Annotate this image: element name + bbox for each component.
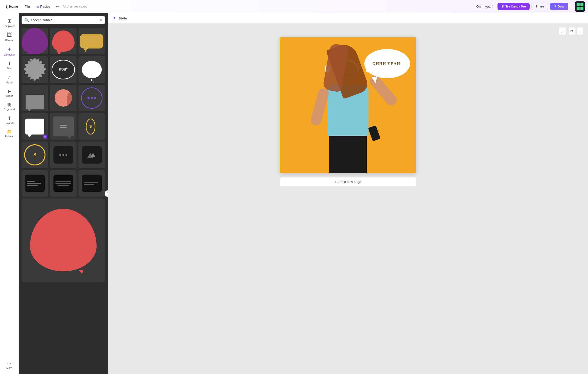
grid-row <box>21 85 105 111</box>
sidebar-item-photos[interactable]: 🖼 Photos <box>1 30 17 44</box>
uploads-icon: ⬆ <box>7 115 11 121</box>
sidebar-item-label: Text <box>7 67 11 70</box>
sidebar-item-label: Elements <box>4 53 15 56</box>
elements-panel: 🔍 ✕ <box>19 13 108 374</box>
sidebar-item-label: Videos <box>5 94 13 97</box>
saved-status: All changes saved <box>63 5 87 8</box>
crown-icon: ♛ <box>501 5 504 8</box>
sidebar-item-label: Bkground <box>4 108 15 111</box>
speech-bubble-text: OHHH YEAH! <box>370 59 404 68</box>
topbar: ❮ Home File ⊞ Resize ↩ All changes saved… <box>0 0 588 13</box>
try-canva-pro-button[interactable]: ♛ Try Canva Pro <box>497 3 530 10</box>
style-bar: ✦ Style <box>108 13 588 23</box>
sidebar-item-videos[interactable]: ▶ Videos <box>1 87 17 99</box>
sidebar-item-label: More <box>6 366 12 369</box>
canvas-content: OHHH YEAH! + Add a new page <box>275 23 420 196</box>
list-item[interactable] <box>21 85 48 111</box>
more-icon: ••• <box>7 362 11 366</box>
videos-icon: ▶ <box>8 89 11 94</box>
sidebar-item-folders[interactable]: 📁 Folders <box>1 127 17 140</box>
elements-icon: ✦ <box>7 46 11 52</box>
sidebar-item-uploads[interactable]: ⬆ Uploads <box>1 114 17 126</box>
search-icon: 🔍 <box>24 18 29 22</box>
frame-tool-button[interactable]: ⬚ <box>559 27 567 35</box>
search-bar: 🔍 ✕ <box>19 13 108 26</box>
sidebar-item-more[interactable]: ••• More <box>1 360 17 371</box>
list-item[interactable] <box>21 28 48 54</box>
sidebar-item-music[interactable]: ♪ Music <box>1 73 17 86</box>
list-item[interactable]: ♛ <box>21 113 48 140</box>
text-icon: T <box>8 61 10 66</box>
list-item[interactable] <box>21 198 105 282</box>
list-item[interactable] <box>79 142 105 168</box>
grid-row: $ <box>21 142 105 168</box>
sidebar-item-label: Templates <box>3 25 15 27</box>
undo-button[interactable]: ↩ <box>54 3 61 10</box>
download-icon: ⬇ <box>554 5 556 8</box>
svg-rect-0 <box>577 3 580 6</box>
canvas-area: ✦ Style ⬚ ⧉ + <box>108 13 588 374</box>
style-label: Style <box>118 16 127 20</box>
sidebar-item-text[interactable]: T Text <box>1 59 17 72</box>
download-group: ⬇ Dow ▾ <box>550 3 573 10</box>
sidebar-item-label: Folders <box>5 135 14 138</box>
search-input[interactable] <box>31 18 97 22</box>
grid-row <box>21 28 105 54</box>
sidebar-item-label: Uploads <box>4 122 14 125</box>
copy-tool-button[interactable]: ⧉ <box>568 27 575 35</box>
list-item[interactable] <box>79 170 105 197</box>
topbar-left: ❮ Home File ⊞ Resize ↩ All changes saved <box>3 3 293 10</box>
list-item[interactable] <box>50 28 76 54</box>
left-sidebar: ⊞ Templates 🖼 Photos ✦ Elements T Text ♪… <box>0 13 19 374</box>
resize-icon: ⊞ <box>36 5 39 9</box>
download-button[interactable]: ⬇ Dow <box>550 3 568 10</box>
back-button[interactable]: ❮ Home <box>3 3 21 10</box>
clear-search-button[interactable]: ✕ <box>99 18 102 22</box>
list-item[interactable] <box>50 170 76 197</box>
svg-rect-2 <box>577 7 580 10</box>
main-area: ⊞ Templates 🖼 Photos ✦ Elements T Text ♪… <box>0 13 588 374</box>
sidebar-item-templates[interactable]: ⊞ Templates <box>1 16 17 29</box>
list-item[interactable] <box>50 113 76 140</box>
add-page-button[interactable]: + Add a new page <box>280 177 416 187</box>
folders-icon: 📁 <box>7 129 12 134</box>
home-label: Home <box>9 5 18 9</box>
resize-menu[interactable]: ⊞ Resize <box>34 3 52 10</box>
list-item[interactable] <box>50 85 76 111</box>
templates-icon: ⊞ <box>7 18 11 24</box>
brand-logo <box>575 1 585 12</box>
elements-grid: WOW! <box>19 26 108 374</box>
list-item[interactable]: $ <box>79 113 105 140</box>
list-item[interactable] <box>79 56 105 83</box>
list-item[interactable]: $ <box>21 142 48 168</box>
sidebar-item-label: Photos <box>5 39 13 42</box>
style-icon: ✦ <box>113 15 116 21</box>
share-button[interactable]: Share <box>532 3 548 10</box>
canvas-page[interactable]: OHHH YEAH! <box>280 37 416 173</box>
grid-row <box>21 170 105 197</box>
svg-rect-1 <box>580 3 584 6</box>
list-item[interactable]: WOW! <box>50 56 76 83</box>
download-dropdown-button[interactable]: ▾ <box>568 3 573 10</box>
grid-row: ♛ $ <box>21 113 105 140</box>
premium-badge: ♛ <box>43 135 47 139</box>
sidebar-item-background[interactable]: ▦ Bkground <box>1 100 17 113</box>
chevron-left-icon: ❮ <box>5 5 8 9</box>
list-item[interactable] <box>21 170 48 197</box>
sidebar-item-elements[interactable]: ✦ Elements <box>1 44 17 58</box>
list-item[interactable] <box>79 85 105 111</box>
list-item[interactable] <box>21 56 48 83</box>
background-icon: ▦ <box>7 102 11 107</box>
search-input-wrap: 🔍 ✕ <box>21 16 105 24</box>
list-item[interactable] <box>50 142 76 168</box>
grid-row: WOW! <box>21 56 105 83</box>
file-menu[interactable]: File <box>22 3 32 10</box>
ohhh-yeah-button[interactable]: Ohhh yeah! <box>474 3 496 10</box>
list-item[interactable] <box>79 28 105 54</box>
svg-rect-3 <box>580 7 584 10</box>
grid-row <box>21 198 105 282</box>
sidebar-item-label: Music <box>6 81 13 84</box>
speech-bubble[interactable]: OHHH YEAH! <box>364 49 410 78</box>
add-tool-button[interactable]: + <box>577 27 583 35</box>
canvas-toolbar: ⬚ ⧉ + <box>559 27 583 35</box>
